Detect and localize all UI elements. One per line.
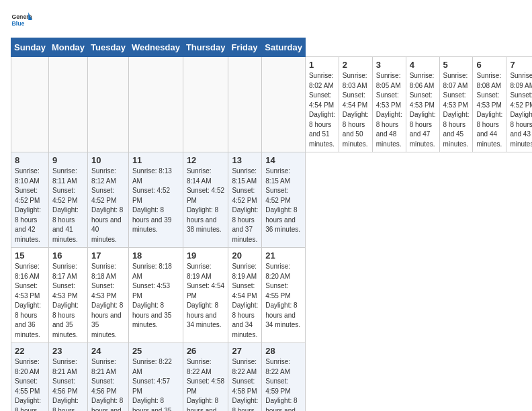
calendar-cell: 16Sunrise: 8:17 AMSunset: 4:53 PMDayligh… <box>48 248 87 343</box>
cell-info: Sunrise: 8:12 AMSunset: 4:52 PMDaylight:… <box>91 167 125 244</box>
cell-info: Sunrise: 8:14 AMSunset: 4:52 PMDaylight:… <box>187 167 225 235</box>
cell-info: Sunrise: 8:22 AMSunset: 4:59 PMDaylight:… <box>265 357 302 411</box>
cell-info: Sunrise: 8:07 AMSunset: 4:53 PMDaylight:… <box>443 71 470 149</box>
calendar-cell <box>128 57 183 152</box>
cell-info: Sunrise: 8:20 AMSunset: 4:55 PMDaylight:… <box>265 262 302 330</box>
calendar-cell: 26Sunrise: 8:22 AMSunset: 4:58 PMDayligh… <box>183 343 228 412</box>
cell-info: Sunrise: 8:03 AMSunset: 4:54 PMDaylight:… <box>343 71 369 149</box>
cell-info: Sunrise: 8:11 AMSunset: 4:52 PMDaylight:… <box>52 167 84 244</box>
col-header-thursday: Thursday <box>183 38 228 57</box>
day-number: 25 <box>132 346 179 356</box>
col-header-monday: Monday <box>48 38 87 57</box>
calendar-cell: 24Sunrise: 8:21 AMSunset: 4:56 PMDayligh… <box>88 343 129 412</box>
calendar-table: SundayMondayTuesdayWednesdayThursdayFrid… <box>11 38 532 411</box>
logo-icon: General Blue <box>11 11 32 30</box>
calendar-cell <box>228 57 262 152</box>
calendar-cell: 20Sunrise: 8:19 AMSunset: 4:54 PMDayligh… <box>228 248 262 343</box>
col-header-saturday: Saturday <box>262 38 306 57</box>
calendar-cell: 22Sunrise: 8:20 AMSunset: 4:55 PMDayligh… <box>11 343 49 412</box>
calendar-cell: 2Sunrise: 8:03 AMSunset: 4:54 PMDaylight… <box>339 57 372 152</box>
day-number: 17 <box>91 250 125 261</box>
cell-info: Sunrise: 8:22 AMSunset: 4:58 PMDaylight:… <box>232 357 258 411</box>
cell-info: Sunrise: 8:05 AMSunset: 4:53 PMDaylight:… <box>376 71 402 149</box>
calendar-cell: 8Sunrise: 8:10 AMSunset: 4:52 PMDaylight… <box>11 152 49 248</box>
calendar-week-1: 1Sunrise: 8:02 AMSunset: 4:54 PMDaylight… <box>11 57 533 152</box>
calendar-cell: 10Sunrise: 8:12 AMSunset: 4:52 PMDayligh… <box>88 152 129 248</box>
col-header-sunday: Sunday <box>11 38 49 57</box>
calendar-cell: 17Sunrise: 8:18 AMSunset: 4:53 PMDayligh… <box>88 248 129 343</box>
cell-info: Sunrise: 8:13 AMSunset: 4:52 PMDaylight:… <box>132 167 179 235</box>
day-number: 16 <box>52 250 84 261</box>
day-number: 6 <box>476 60 502 70</box>
cell-info: Sunrise: 8:10 AMSunset: 4:52 PMDaylight:… <box>15 167 45 244</box>
calendar-cell: 21Sunrise: 8:20 AMSunset: 4:55 PMDayligh… <box>262 248 306 343</box>
day-number: 11 <box>132 155 179 165</box>
cell-info: Sunrise: 8:16 AMSunset: 4:53 PMDaylight:… <box>15 262 45 340</box>
day-number: 24 <box>91 346 125 356</box>
cell-info: Sunrise: 8:20 AMSunset: 4:55 PMDaylight:… <box>15 357 45 411</box>
calendar-cell: 27Sunrise: 8:22 AMSunset: 4:58 PMDayligh… <box>228 343 262 412</box>
calendar-week-4: 22Sunrise: 8:20 AMSunset: 4:55 PMDayligh… <box>11 343 533 412</box>
day-number: 15 <box>15 250 45 261</box>
calendar-cell <box>88 57 129 152</box>
cell-info: Sunrise: 8:18 AMSunset: 4:53 PMDaylight:… <box>91 262 125 340</box>
cell-info: Sunrise: 8:18 AMSunset: 4:53 PMDaylight:… <box>132 262 179 330</box>
cell-info: Sunrise: 8:19 AMSunset: 4:54 PMDaylight:… <box>187 262 225 330</box>
cell-info: Sunrise: 8:15 AMSunset: 4:52 PMDaylight:… <box>265 167 302 235</box>
day-number: 22 <box>15 346 45 356</box>
calendar-cell: 25Sunrise: 8:22 AMSunset: 4:57 PMDayligh… <box>128 343 183 412</box>
col-header-friday: Friday <box>228 38 262 57</box>
day-number: 2 <box>343 60 369 70</box>
day-number: 1 <box>309 60 335 70</box>
day-number: 14 <box>265 155 302 165</box>
calendar-cell: 1Sunrise: 8:02 AMSunset: 4:54 PMDaylight… <box>305 57 339 152</box>
day-number: 18 <box>132 250 179 261</box>
svg-text:Blue: Blue <box>11 20 24 27</box>
calendar-cell: 19Sunrise: 8:19 AMSunset: 4:54 PMDayligh… <box>183 248 228 343</box>
day-number: 19 <box>187 250 225 261</box>
cell-info: Sunrise: 8:21 AMSunset: 4:56 PMDaylight:… <box>91 357 125 411</box>
calendar-cell: 14Sunrise: 8:15 AMSunset: 4:52 PMDayligh… <box>262 152 306 248</box>
cell-info: Sunrise: 8:19 AMSunset: 4:54 PMDaylight:… <box>232 262 258 340</box>
day-number: 26 <box>187 346 225 356</box>
calendar-cell: 12Sunrise: 8:14 AMSunset: 4:52 PMDayligh… <box>183 152 228 248</box>
calendar-cell: 13Sunrise: 8:15 AMSunset: 4:52 PMDayligh… <box>228 152 262 248</box>
calendar-cell <box>183 57 228 152</box>
calendar-cell: 28Sunrise: 8:22 AMSunset: 4:59 PMDayligh… <box>262 343 306 412</box>
calendar-cell: 11Sunrise: 8:13 AMSunset: 4:52 PMDayligh… <box>128 152 183 248</box>
cell-info: Sunrise: 8:08 AMSunset: 4:53 PMDaylight:… <box>476 71 502 149</box>
calendar-cell: 15Sunrise: 8:16 AMSunset: 4:53 PMDayligh… <box>11 248 49 343</box>
calendar-cell: 6Sunrise: 8:08 AMSunset: 4:53 PMDaylight… <box>473 57 506 152</box>
calendar-cell: 4Sunrise: 8:06 AMSunset: 4:53 PMDaylight… <box>406 57 439 152</box>
cell-info: Sunrise: 8:09 AMSunset: 4:52 PMDaylight:… <box>510 71 532 149</box>
calendar-cell: 3Sunrise: 8:05 AMSunset: 4:53 PMDaylight… <box>372 57 406 152</box>
calendar-cell: 9Sunrise: 8:11 AMSunset: 4:52 PMDaylight… <box>48 152 87 248</box>
day-number: 5 <box>443 60 470 70</box>
day-number: 13 <box>232 155 258 165</box>
cell-info: Sunrise: 8:06 AMSunset: 4:53 PMDaylight:… <box>410 71 436 149</box>
col-header-wednesday: Wednesday <box>128 38 183 57</box>
calendar-header-row: SundayMondayTuesdayWednesdayThursdayFrid… <box>11 38 533 57</box>
day-number: 10 <box>91 155 125 165</box>
col-header-tuesday: Tuesday <box>88 38 129 57</box>
day-number: 27 <box>232 346 258 356</box>
calendar-cell: 7Sunrise: 8:09 AMSunset: 4:52 PMDaylight… <box>506 57 532 152</box>
calendar-cell: 5Sunrise: 8:07 AMSunset: 4:53 PMDaylight… <box>439 57 473 152</box>
day-number: 3 <box>376 60 402 70</box>
cell-info: Sunrise: 8:22 AMSunset: 4:58 PMDaylight:… <box>187 357 225 411</box>
calendar-cell <box>11 57 49 152</box>
calendar-cell: 18Sunrise: 8:18 AMSunset: 4:53 PMDayligh… <box>128 248 183 343</box>
calendar-cell <box>48 57 87 152</box>
day-number: 8 <box>15 155 45 165</box>
page-header: General Blue <box>11 11 521 30</box>
day-number: 12 <box>187 155 225 165</box>
logo: General Blue <box>11 11 32 30</box>
calendar-week-2: 8Sunrise: 8:10 AMSunset: 4:52 PMDaylight… <box>11 152 533 248</box>
cell-info: Sunrise: 8:02 AMSunset: 4:54 PMDaylight:… <box>309 71 335 149</box>
day-number: 9 <box>52 155 84 165</box>
day-number: 21 <box>265 250 302 261</box>
cell-info: Sunrise: 8:17 AMSunset: 4:53 PMDaylight:… <box>52 262 84 340</box>
day-number: 23 <box>52 346 84 356</box>
day-number: 7 <box>510 60 532 70</box>
calendar-cell: 23Sunrise: 8:21 AMSunset: 4:56 PMDayligh… <box>48 343 87 412</box>
